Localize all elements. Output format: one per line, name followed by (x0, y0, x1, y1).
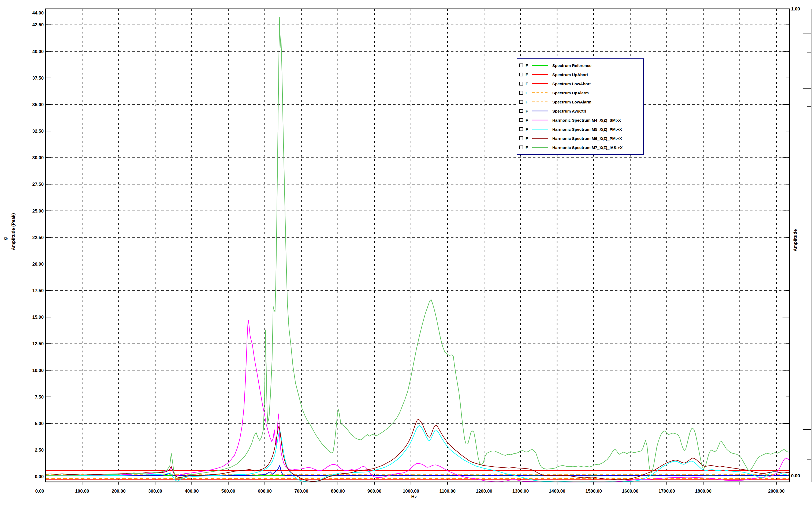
legend-line-swatch (532, 147, 549, 148)
spectrum-chart-window: 0.002.505.007.5010.0012.5015.0017.5020.0… (0, 0, 812, 506)
svg-text:25.00: 25.00 (32, 208, 44, 214)
svg-text:800.00: 800.00 (331, 489, 345, 494)
legend-line-swatch (532, 129, 549, 130)
svg-text:300.00: 300.00 (148, 489, 162, 494)
checkbox-icon[interactable] (519, 146, 523, 149)
svg-text:700.00: 700.00 (294, 489, 308, 494)
svg-text:200.00: 200.00 (112, 489, 126, 494)
svg-text:2000.00: 2000.00 (768, 489, 784, 494)
legend-line-swatch (532, 74, 549, 75)
legend-item[interactable]: FHarmonic Spectrum M7_X(Z)_IAS:+X (517, 143, 643, 152)
legend-item[interactable]: FSpectrum AvgCtrl (517, 106, 643, 115)
svg-text:100.00: 100.00 (75, 489, 89, 494)
checkbox-icon[interactable] (519, 137, 523, 140)
svg-text:1000.00: 1000.00 (403, 489, 419, 494)
svg-text:1200.00: 1200.00 (476, 489, 492, 494)
checkbox-icon[interactable] (519, 109, 523, 113)
svg-text:600.00: 600.00 (258, 489, 272, 494)
legend-flag: F (526, 100, 530, 104)
svg-text:1800.00: 1800.00 (695, 489, 711, 494)
checkbox-icon[interactable] (519, 73, 523, 76)
svg-text:22.50: 22.50 (32, 235, 44, 240)
svg-text:5.00: 5.00 (35, 421, 44, 426)
legend-item-label: Spectrum LowAbort (552, 81, 591, 86)
legend-item-label: Spectrum AvgCtrl (552, 109, 586, 113)
svg-text:42.50: 42.50 (32, 22, 44, 27)
legend-box: FSpectrum ReferenceFSpectrum UpAbortFSpe… (517, 59, 644, 155)
spectrum-plot-area: 0.002.505.007.5010.0012.5015.0017.5020.0… (0, 0, 812, 506)
legend-flag: F (526, 118, 530, 122)
svg-text:37.50: 37.50 (32, 76, 44, 81)
y-axis-unit-label: g (3, 237, 8, 240)
legend-item-label: Spectrum UpAbort (552, 72, 588, 77)
legend-line-swatch (532, 101, 549, 103)
legend-item-label: Spectrum UpAlarm (552, 91, 589, 95)
svg-text:1400.00: 1400.00 (549, 489, 565, 494)
svg-text:900.00: 900.00 (367, 489, 381, 494)
legend-line-swatch (532, 83, 549, 84)
svg-text:10.00: 10.00 (32, 368, 44, 373)
svg-text:17.50: 17.50 (32, 288, 44, 293)
legend-flag: F (526, 109, 530, 113)
legend-flag: F (526, 127, 530, 132)
svg-text:1700.00: 1700.00 (658, 489, 675, 494)
x-axis-title: Hz (400, 494, 428, 500)
legend-flag: F (526, 91, 530, 95)
svg-text:400.00: 400.00 (185, 489, 199, 494)
legend-item-label: Harmonic Spectrum M4_X(Z)_SM:-X (552, 118, 621, 122)
legend-flag: F (526, 136, 530, 141)
svg-text:44.00: 44.00 (32, 10, 44, 15)
svg-text:7.50: 7.50 (35, 395, 44, 400)
checkbox-icon[interactable] (519, 91, 523, 95)
legend-flag: F (526, 145, 530, 150)
svg-text:1100.00: 1100.00 (440, 489, 456, 494)
legend-item[interactable]: FHarmonic Spectrum M5_X(Z)_PM:+X (517, 124, 643, 134)
legend-item[interactable]: FHarmonic Spectrum M6_X(Z)_PM:+X (517, 134, 643, 143)
legend-item-label: Spectrum LowAlarm (552, 100, 592, 104)
checkbox-icon[interactable] (519, 100, 523, 104)
svg-text:20.00: 20.00 (32, 262, 44, 267)
legend-item[interactable]: FSpectrum UpAbort (517, 70, 643, 79)
checkbox-icon[interactable] (519, 118, 523, 122)
legend-flag: F (526, 63, 530, 68)
spectrum-plot: 0.002.505.007.5010.0012.5015.0017.5020.0… (0, 0, 812, 506)
checkbox-icon[interactable] (519, 82, 523, 85)
y-axis-left-title: Amplitude (Peak) (11, 213, 16, 250)
legend-line-swatch (532, 65, 549, 66)
svg-text:32.50: 32.50 (32, 129, 44, 134)
right-axis-max-label: 1.00 (791, 6, 800, 12)
legend-flag: F (526, 72, 530, 77)
y-axis-right-title: Amplitude (793, 229, 798, 251)
legend-line-swatch (532, 119, 549, 121)
legend-item-label: Harmonic Spectrum M7_X(Z)_IAS:+X (552, 145, 623, 150)
legend-item-label: Harmonic Spectrum M6_X(Z)_PM:+X (552, 136, 622, 141)
legend-flag: F (526, 81, 530, 86)
svg-text:1600.00: 1600.00 (622, 489, 638, 494)
svg-text:0.00: 0.00 (35, 489, 44, 494)
legend-item[interactable]: FSpectrum LowAbort (517, 79, 643, 88)
legend-line-swatch (532, 110, 549, 112)
svg-text:27.50: 27.50 (32, 182, 44, 187)
checkbox-icon[interactable] (519, 127, 523, 131)
legend-line-swatch (532, 92, 549, 93)
svg-text:30.00: 30.00 (32, 155, 44, 160)
svg-text:1300.00: 1300.00 (512, 489, 529, 494)
legend-item[interactable]: FSpectrum UpAlarm (517, 88, 643, 97)
svg-text:40.00: 40.00 (32, 49, 44, 54)
svg-text:0.00: 0.00 (35, 474, 44, 479)
legend-item[interactable]: FSpectrum Reference (517, 61, 643, 70)
svg-text:35.00: 35.00 (32, 102, 44, 107)
legend-line-swatch (532, 138, 549, 139)
svg-text:15.00: 15.00 (32, 315, 44, 320)
svg-text:500.00: 500.00 (221, 489, 235, 494)
svg-text:1500.00: 1500.00 (585, 489, 602, 494)
right-axis-min-label: 0.00 (791, 473, 800, 479)
legend-item[interactable]: FSpectrum LowAlarm (517, 97, 643, 106)
svg-text:2.50: 2.50 (35, 447, 44, 453)
legend-item-label: Harmonic Spectrum M5_X(Z)_PM:+X (552, 127, 622, 132)
legend-item-label: Spectrum Reference (552, 63, 592, 68)
checkbox-icon[interactable] (519, 64, 523, 67)
svg-text:12.50: 12.50 (32, 341, 44, 346)
legend-item[interactable]: FHarmonic Spectrum M4_X(Z)_SM:-X (517, 115, 643, 124)
